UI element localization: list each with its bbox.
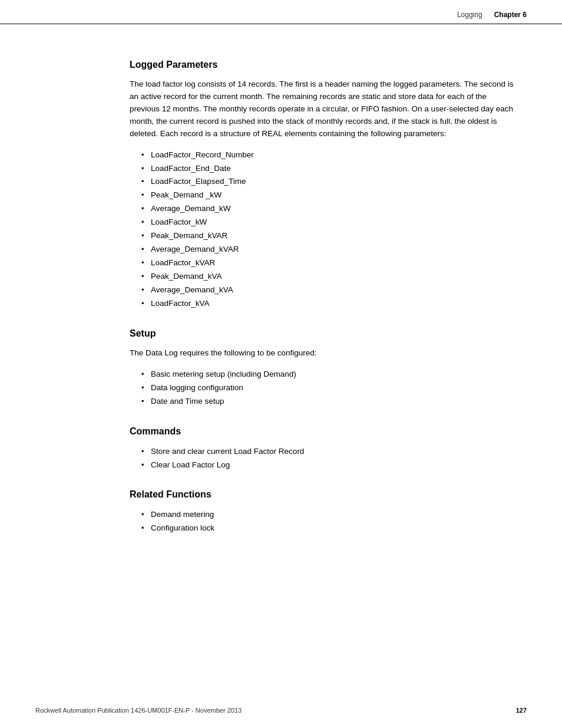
main-content: Logged Parameters The load factor log co…: [0, 24, 562, 577]
list-item: LoadFactor_Record_Number: [141, 149, 515, 162]
list-item: Date and Time setup: [141, 395, 515, 409]
logged-parameters-section: Logged Parameters The load factor log co…: [130, 60, 515, 311]
list-item: Demand metering: [141, 508, 515, 522]
list-item: Average_Demand_kW: [141, 202, 515, 216]
list-item: Basic metering setup (including Demand): [141, 368, 515, 381]
logged-parameters-list: LoadFactor_Record_Number LoadFactor_End_…: [130, 149, 515, 311]
list-item: Peak_Demand_kVA: [141, 270, 515, 284]
commands-list: Store and clear current Load Factor Reco…: [130, 445, 515, 472]
list-item: LoadFactor_Elapsed_Time: [141, 175, 515, 189]
list-item: Configuration lock: [141, 522, 515, 535]
list-item: Clear Load Factor Log: [141, 459, 515, 472]
commands-heading: Commands: [130, 426, 515, 437]
related-functions-heading: Related Functions: [130, 489, 515, 500]
related-functions-section: Related Functions Demand metering Config…: [130, 489, 515, 535]
page-footer: Rockwell Automation Publication 1426-UM0…: [0, 707, 562, 714]
setup-intro: The Data Log requires the following to b…: [130, 347, 515, 360]
header-chapter: Chapter 6: [494, 11, 527, 19]
commands-section: Commands Store and clear current Load Fa…: [130, 426, 515, 472]
page-header: Logging Chapter 6: [0, 0, 562, 24]
setup-heading: Setup: [130, 328, 515, 339]
footer-publication: Rockwell Automation Publication 1426-UM0…: [35, 707, 242, 714]
header-section: Logging: [457, 11, 482, 19]
setup-list: Basic metering setup (including Demand) …: [130, 368, 515, 409]
list-item: LoadFactor_kVAR: [141, 256, 515, 270]
list-item: LoadFactor_kW: [141, 216, 515, 229]
list-item: Store and clear current Load Factor Reco…: [141, 445, 515, 459]
list-item: Average_Demand_kVA: [141, 284, 515, 297]
list-item: Average_Demand_kVAR: [141, 243, 515, 256]
setup-section: Setup The Data Log requires the followin…: [130, 328, 515, 409]
list-item: Peak_Demand _kW: [141, 189, 515, 202]
page: Logging Chapter 6 Logged Parameters The …: [0, 0, 562, 728]
list-item: Peak_Demand_kVAR: [141, 229, 515, 243]
list-item: Data logging configuration: [141, 381, 515, 395]
logged-parameters-intro: The load factor log consists of 14 recor…: [130, 78, 515, 140]
related-functions-list: Demand metering Configuration lock: [130, 508, 515, 535]
footer-page-number: 127: [516, 707, 527, 714]
list-item: LoadFactor_End_Date: [141, 162, 515, 176]
logged-parameters-heading: Logged Parameters: [130, 60, 515, 70]
list-item: LoadFactor_kVA: [141, 297, 515, 311]
